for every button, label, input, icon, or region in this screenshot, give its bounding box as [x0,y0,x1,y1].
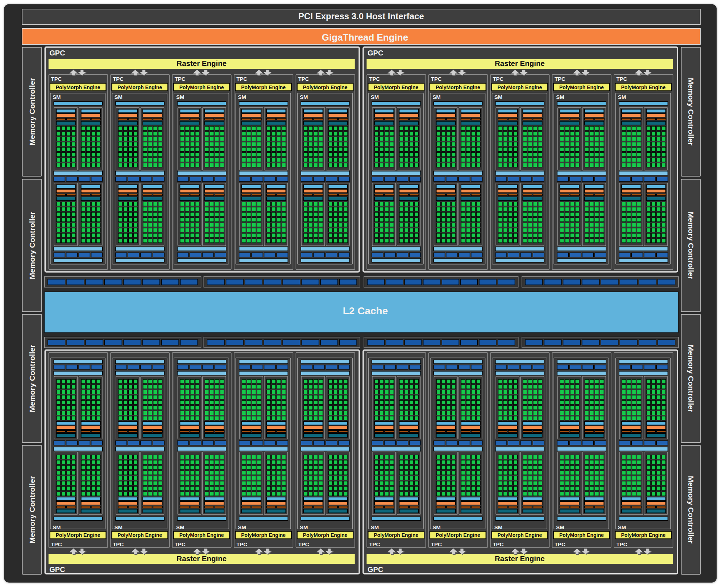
svg-text:GigaThread Engine: GigaThread Engine [322,32,408,43]
svg-text:PolyMorph Engine: PolyMorph Engine [436,532,480,538]
svg-text:PolyMorph Engine: PolyMorph Engine [497,84,542,90]
svg-text:PolyMorph Engine: PolyMorph Engine [56,532,100,538]
svg-text:SM: SM [556,94,564,100]
svg-text:SM: SM [618,94,626,100]
svg-text:TPC: TPC [555,541,565,547]
svg-text:TPC: TPC [175,76,186,82]
svg-text:Memory Controller: Memory Controller [28,476,36,544]
svg-text:PolyMorph Engine: PolyMorph Engine [621,84,665,90]
svg-text:GPC: GPC [49,49,65,57]
svg-text:SM: SM [432,94,441,100]
svg-text:SM: SM [238,524,246,530]
svg-text:SM: SM [494,94,503,100]
svg-text:PolyMorph Engine: PolyMorph Engine [559,532,604,538]
svg-text:PolyMorph Engine: PolyMorph Engine [303,84,348,90]
svg-text:PolyMorph Engine: PolyMorph Engine [179,84,224,90]
svg-text:Raster Engine: Raster Engine [177,554,227,563]
svg-text:PolyMorph Engine: PolyMorph Engine [436,84,480,90]
svg-text:PolyMorph Engine: PolyMorph Engine [559,84,604,90]
svg-text:PolyMorph Engine: PolyMorph Engine [241,532,286,538]
svg-text:Raster Engine: Raster Engine [495,554,545,563]
svg-text:SM: SM [371,524,379,530]
svg-text:GPC: GPC [368,566,383,573]
svg-text:PolyMorph Engine: PolyMorph Engine [303,532,348,538]
svg-text:TPC: TPC [236,76,247,82]
svg-text:TPC: TPC [431,76,442,82]
svg-text:SM: SM [556,524,564,530]
svg-text:TPC: TPC [431,541,442,547]
svg-text:SM: SM [618,524,626,530]
svg-text:TPC: TPC [298,541,309,547]
svg-text:PolyMorph Engine: PolyMorph Engine [241,84,286,90]
svg-text:Memory Controller: Memory Controller [687,345,695,413]
svg-text:SM: SM [238,94,246,100]
svg-text:TPC: TPC [616,76,627,82]
svg-text:PolyMorph Engine: PolyMorph Engine [56,84,100,90]
svg-text:L2 Cache: L2 Cache [343,305,388,316]
svg-text:TPC: TPC [369,541,380,547]
svg-text:Memory Controller: Memory Controller [687,476,695,544]
svg-text:TPC: TPC [51,541,62,547]
svg-text:PolyMorph Engine: PolyMorph Engine [179,532,224,538]
svg-text:PolyMorph Engine: PolyMorph Engine [497,532,542,538]
svg-text:TPC: TPC [616,541,627,547]
svg-text:PCI Express 3.0 Host Interface: PCI Express 3.0 Host Interface [298,11,424,21]
svg-text:Memory Controller: Memory Controller [687,78,695,146]
svg-text:TPC: TPC [369,76,380,82]
svg-text:PolyMorph Engine: PolyMorph Engine [117,84,162,90]
svg-text:Memory Controller: Memory Controller [687,212,695,279]
svg-text:PolyMorph Engine: PolyMorph Engine [374,84,418,90]
svg-text:SM: SM [300,524,308,530]
svg-text:SM: SM [300,94,308,100]
svg-text:SM: SM [115,524,123,530]
svg-text:GPC: GPC [368,49,383,57]
svg-text:TPC: TPC [555,76,565,82]
svg-text:Raster Engine: Raster Engine [495,59,545,67]
svg-text:SM: SM [176,94,184,100]
svg-text:SM: SM [432,524,441,530]
svg-text:PolyMorph Engine: PolyMorph Engine [621,532,665,538]
svg-text:TPC: TPC [51,76,62,82]
svg-text:TPC: TPC [113,541,124,547]
svg-text:Memory Controller: Memory Controller [28,345,36,413]
svg-text:PolyMorph Engine: PolyMorph Engine [374,532,418,538]
svg-text:SM: SM [115,94,123,100]
svg-text:Memory Controller: Memory Controller [28,212,36,279]
svg-text:TPC: TPC [113,76,124,82]
svg-text:SM: SM [371,94,379,100]
svg-text:PolyMorph Engine: PolyMorph Engine [117,532,162,538]
svg-text:SM: SM [176,524,184,530]
svg-text:SM: SM [53,524,61,530]
svg-text:TPC: TPC [236,541,247,547]
svg-text:SM: SM [53,94,61,100]
svg-text:TPC: TPC [493,541,503,547]
svg-text:TPC: TPC [175,541,186,547]
svg-text:Memory Controller: Memory Controller [28,78,36,146]
svg-text:TPC: TPC [493,76,503,82]
svg-text:SM: SM [494,524,503,530]
svg-text:TPC: TPC [298,76,309,82]
svg-text:GPC: GPC [49,566,65,573]
svg-text:Raster Engine: Raster Engine [177,59,227,67]
